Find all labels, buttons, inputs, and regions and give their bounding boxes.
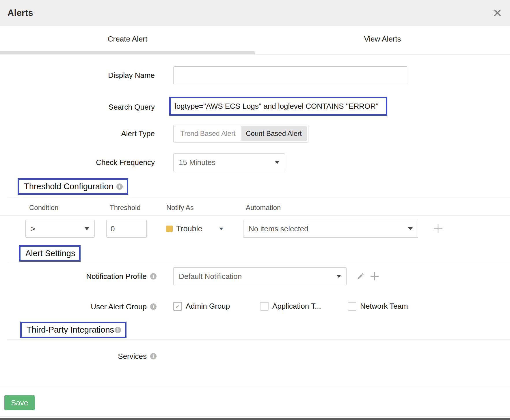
tab-create-alert-label: Create Alert xyxy=(108,35,147,44)
column-header-notify-as: Notify As xyxy=(166,204,194,212)
services-label: Services xyxy=(0,352,147,361)
pencil-icon xyxy=(356,272,365,281)
automation-value: No items selected xyxy=(249,224,308,233)
info-icon[interactable]: i xyxy=(150,353,157,359)
notification-profile-label: Notification Profile xyxy=(0,272,147,281)
automation-dropdown[interactable]: No items selected xyxy=(243,220,418,238)
threshold-section-annotation-box: Threshold Configuration i xyxy=(18,178,128,195)
tab-view-alerts-label: View Alerts xyxy=(364,35,401,44)
integrations-title: Third-Party Integrations xyxy=(27,325,114,335)
checkbox-admin-group[interactable]: ✓ Admin Group xyxy=(173,302,230,311)
column-header-condition: Condition xyxy=(29,204,58,212)
footer-divider xyxy=(0,386,510,386)
checkbox-icon: ✓ xyxy=(348,302,356,311)
tab-create-alert[interactable]: Create Alert xyxy=(0,26,255,54)
section-divider xyxy=(7,261,510,261)
checkbox-application-team[interactable]: ✓ Application T... xyxy=(260,302,321,311)
add-threshold-row-button[interactable] xyxy=(433,223,444,234)
tab-bar: Create Alert View Alerts xyxy=(0,26,510,55)
chevron-down-icon xyxy=(85,227,89,230)
check-frequency-label: Check Frequency xyxy=(0,158,155,167)
search-query-label: Search Query xyxy=(0,103,155,111)
bottom-divider xyxy=(0,417,510,417)
display-name-field-box xyxy=(173,66,407,84)
trouble-color-swatch xyxy=(166,226,173,232)
checkbox-icon: ✓ xyxy=(173,302,182,311)
edit-notification-profile-button[interactable] xyxy=(356,272,365,281)
table-divider xyxy=(0,215,510,216)
save-button[interactable]: Save xyxy=(4,395,35,410)
alert-type-toggle: Trend Based Alert Count Based Alert xyxy=(173,125,308,142)
checkbox-network-team[interactable]: ✓ Network Team xyxy=(348,302,408,311)
chevron-down-icon xyxy=(336,275,341,278)
section-divider xyxy=(7,340,510,340)
info-icon[interactable]: i xyxy=(150,303,157,310)
alert-settings-title: Alert Settings xyxy=(25,249,75,258)
column-header-automation: Automation xyxy=(246,204,281,212)
checkbox-label: Network Team xyxy=(360,302,408,311)
threshold-field-box xyxy=(106,220,147,238)
column-header-threshold: Threshold xyxy=(110,204,141,212)
notify-as-value: Trouble xyxy=(176,224,202,233)
notify-as-dropdown[interactable]: Trouble xyxy=(166,220,223,238)
notification-profile-value: Default Notification xyxy=(179,272,242,281)
threshold-input[interactable] xyxy=(107,220,146,237)
tab-view-alerts[interactable]: View Alerts xyxy=(255,26,510,54)
alerts-panel: Alerts Create Alert View Alerts Display … xyxy=(0,0,510,420)
checkbox-label: Application T... xyxy=(272,302,321,311)
alert-type-label: Alert Type xyxy=(0,129,155,138)
active-tab-indicator xyxy=(0,51,255,54)
checkbox-label: Admin Group xyxy=(186,302,230,311)
search-query-annotation-box xyxy=(169,97,387,116)
search-query-input[interactable] xyxy=(171,98,386,114)
display-name-label: Display Name xyxy=(0,71,155,80)
chevron-down-icon xyxy=(408,227,413,230)
checkbox-icon: ✓ xyxy=(260,302,269,311)
check-frequency-value: 15 Minutes xyxy=(179,158,215,167)
condition-dropdown[interactable]: > xyxy=(25,220,95,238)
integrations-annotation-box: Third-Party Integrations i xyxy=(20,322,126,338)
section-divider xyxy=(7,197,510,197)
plus-icon xyxy=(370,271,379,281)
window-bottom-edge xyxy=(0,418,510,420)
info-icon[interactable]: i xyxy=(116,183,123,190)
info-icon[interactable]: i xyxy=(115,327,121,333)
threshold-section-title: Threshold Configuration xyxy=(24,182,113,191)
panel-header: Alerts xyxy=(0,0,510,26)
plus-icon xyxy=(433,223,444,234)
close-button[interactable] xyxy=(492,8,502,18)
alert-settings-annotation-box: Alert Settings xyxy=(19,245,81,262)
notification-profile-dropdown[interactable]: Default Notification xyxy=(173,267,347,285)
display-name-input[interactable] xyxy=(174,67,407,84)
condition-value: > xyxy=(31,224,35,233)
alert-type-option-count[interactable]: Count Based Alert xyxy=(241,126,307,141)
chevron-down-icon xyxy=(275,161,280,164)
user-alert-group-label: User Alert Group xyxy=(0,302,147,311)
chevron-down-icon xyxy=(219,228,223,230)
info-icon[interactable]: i xyxy=(150,273,157,280)
alert-type-option-trend[interactable]: Trend Based Alert xyxy=(175,126,241,141)
check-frequency-dropdown[interactable]: 15 Minutes xyxy=(173,153,285,171)
add-notification-profile-button[interactable] xyxy=(370,271,379,281)
close-icon xyxy=(494,9,501,17)
panel-title: Alerts xyxy=(8,8,33,18)
